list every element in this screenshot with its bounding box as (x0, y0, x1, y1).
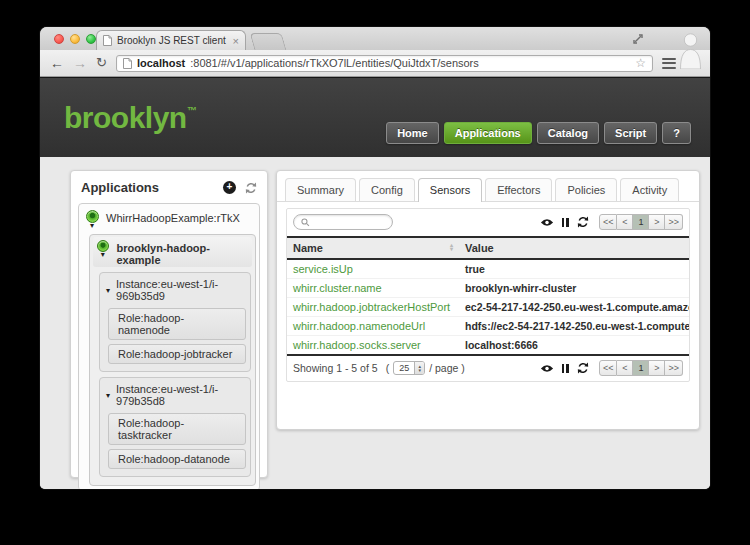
tree-node-instance[interactable]: ▾ Instance:eu-west-1/i-979b35d8 (103, 380, 247, 409)
nav-script-button[interactable]: Script (604, 122, 657, 144)
sensor-value: ec2-54-217-142-250.eu-west-1.compute.ama… (459, 298, 689, 317)
pagination-last-button[interactable]: >> (665, 360, 683, 376)
tree-node-role[interactable]: Role:hadoop-datanode (108, 449, 246, 469)
sensor-name-link[interactable]: whirr.hadoop.socks.server (287, 336, 459, 355)
tree-node-role[interactable]: Role:hadoop-jobtracker (108, 344, 246, 364)
applications-panel: Applications + ▾ (70, 170, 268, 478)
tab-summary[interactable]: Summary (285, 178, 356, 201)
new-tab-button[interactable] (250, 33, 287, 50)
sensors-table: Name ▴▾ Value service.isUp (287, 236, 689, 354)
pagination-last-button[interactable]: >> (665, 214, 683, 230)
trademark-symbol: ™ (187, 105, 197, 116)
tree-node-role[interactable]: Role:hadoop-namenode (108, 308, 246, 340)
forward-button[interactable]: → (73, 56, 87, 70)
search-icon (301, 218, 310, 227)
sensor-name-link[interactable]: service.isUp (287, 259, 459, 279)
table-icon-group (540, 216, 589, 228)
sort-icon[interactable]: ▴▾ (450, 243, 453, 251)
profile-avatar-icon[interactable] (680, 31, 701, 69)
chevron-down-icon[interactable]: ▾ (101, 252, 105, 258)
nav-catalog-button[interactable]: Catalog (537, 122, 599, 144)
showing-status: Showing 1 - 5 of 5 (293, 362, 378, 374)
tree-node-instance[interactable]: ▾ Instance:eu-west-1/i-969b35d9 (103, 275, 247, 304)
table-row: whirr.hadoop.namenodeUrl hdfs://ec2-54-2… (287, 317, 689, 336)
browser-tab-bar: Brooklyn JS REST client × (40, 27, 710, 50)
table-controls-top: << < 1 > >> (287, 209, 689, 236)
tree-node-label: WhirrHadoopExample:rTkX (106, 210, 240, 224)
tab-title: Brooklyn JS REST client (117, 35, 228, 46)
tree-node-role[interactable]: Role:hadoop-tasktracker (108, 413, 246, 445)
chevron-down-icon[interactable]: ▾ (106, 391, 110, 400)
pagination-page-button[interactable]: 1 (633, 360, 649, 376)
refresh-icon[interactable] (577, 362, 589, 374)
table-row: whirr.cluster.name brooklyn-whirr-cluste… (287, 279, 689, 298)
page-icon (123, 58, 132, 69)
pause-icon[interactable] (562, 218, 569, 227)
table-icon-group (540, 362, 589, 374)
entity-status-icon: ▾ (96, 240, 109, 258)
tree-node-label: Instance:eu-west-1/i-979b35d8 (116, 383, 244, 407)
url-path: :8081/#/v1/applications/rTkXO7lL/entitie… (190, 57, 479, 69)
tree-root-box: ▾ WhirrHadoopExample:rTkX ▾ brooklyn-had… (78, 203, 260, 489)
nav-help-button[interactable]: ? (662, 122, 691, 144)
zoom-window-button[interactable] (86, 34, 96, 44)
tab-sensors[interactable]: Sensors (418, 178, 482, 202)
brooklyn-header: brooklyn™ Home Applications Catalog Scri… (40, 77, 710, 157)
column-header-value[interactable]: Value (459, 237, 689, 259)
pagination-first-button[interactable]: << (599, 360, 618, 376)
tree-node-label: Instance:eu-west-1/i-969b35d9 (116, 278, 244, 302)
pagination-first-button[interactable]: << (599, 214, 618, 230)
back-button[interactable]: ← (50, 56, 64, 70)
sensor-name-link[interactable]: whirr.hadoop.jobtrackerHostPort (287, 298, 459, 317)
pagination-prev-button[interactable]: < (617, 214, 633, 230)
entity-tree: ▾ WhirrHadoopExample:rTkX ▾ brooklyn-had… (78, 203, 260, 489)
sensor-name-link[interactable]: whirr.cluster.name (287, 279, 459, 298)
bookmark-star-icon[interactable]: ☆ (635, 56, 646, 70)
tree-node-cluster[interactable]: ▾ brooklyn-hadoop-example (93, 237, 252, 267)
tree-cluster-box: ▾ brooklyn-hadoop-example ▾ Instance:eu-… (89, 234, 256, 486)
eye-icon[interactable] (540, 363, 554, 374)
tab-activity[interactable]: Activity (620, 178, 679, 201)
refresh-icon[interactable] (577, 216, 589, 228)
nav-home-button[interactable]: Home (386, 122, 439, 144)
browser-window: Brooklyn JS REST client × ← → ↻ (40, 27, 710, 489)
page-size-select[interactable]: 25 ▴▾ (393, 361, 425, 375)
reload-button[interactable]: ↻ (96, 56, 107, 70)
search-input[interactable] (313, 217, 383, 228)
tab-config[interactable]: Config (359, 178, 415, 201)
address-bar[interactable]: localhost:8081/#/v1/applications/rTkXO7l… (116, 55, 653, 72)
tab-effectors[interactable]: Effectors (485, 178, 552, 201)
pagination: << < 1 > >> (599, 360, 683, 376)
add-application-button[interactable]: + (223, 181, 236, 194)
fullscreen-icon[interactable] (632, 33, 644, 45)
tree-node-application[interactable]: ▾ WhirrHadoopExample:rTkX (82, 207, 256, 230)
main-nav: Home Applications Catalog Script ? (386, 122, 691, 144)
pause-icon[interactable] (562, 364, 569, 373)
table-header-row: Name ▴▾ Value (287, 237, 689, 259)
nav-applications-button[interactable]: Applications (444, 122, 532, 144)
menu-icon[interactable] (662, 58, 676, 69)
search-box[interactable] (293, 214, 393, 230)
chevron-down-icon[interactable]: ▾ (90, 223, 94, 229)
browser-toolbar: ← → ↻ localhost:8081/#/v1/applications/r… (40, 50, 710, 77)
sensor-name-link[interactable]: whirr.hadoop.namenodeUrl (287, 317, 459, 336)
sensor-value: true (459, 259, 689, 279)
pagination: << < 1 > >> (599, 214, 683, 230)
close-window-button[interactable] (54, 34, 64, 44)
browser-tab[interactable]: Brooklyn JS REST client × (96, 30, 246, 50)
table-row: service.isUp true (287, 259, 689, 279)
eye-icon[interactable] (540, 217, 554, 228)
pagination-prev-button[interactable]: < (617, 360, 633, 376)
minimize-window-button[interactable] (70, 34, 80, 44)
tab-policies[interactable]: Policies (555, 178, 617, 201)
pagination-page-button[interactable]: 1 (633, 214, 649, 230)
applications-panel-header: Applications + (71, 171, 267, 201)
chevron-down-icon[interactable]: ▾ (106, 286, 110, 295)
page-body: Applications + ▾ (40, 157, 710, 489)
refresh-icon[interactable] (245, 182, 257, 194)
pagination-next-button[interactable]: > (649, 214, 665, 230)
pagination-next-button[interactable]: > (649, 360, 665, 376)
column-header-name[interactable]: Name ▴▾ (287, 237, 459, 259)
sensor-value: localhost:6666 (459, 336, 689, 355)
close-tab-icon[interactable]: × (233, 36, 239, 46)
